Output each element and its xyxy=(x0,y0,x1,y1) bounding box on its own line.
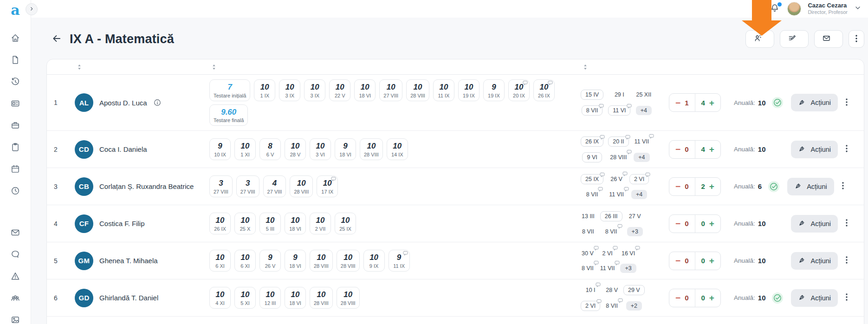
notifications-button[interactable] xyxy=(770,3,781,14)
row-actions-button[interactable]: Acțiuni xyxy=(791,94,838,111)
avatar[interactable] xyxy=(787,2,801,16)
row-more-button[interactable] xyxy=(844,254,849,267)
plus-button[interactable]: + xyxy=(709,256,714,265)
grade-chip[interactable]: 1017 IX xyxy=(317,175,338,197)
absence-chip[interactable]: 29 V xyxy=(623,285,645,295)
clock-icon[interactable] xyxy=(10,186,20,198)
absence-chip[interactable]: 26 IX xyxy=(581,136,603,147)
grade-chip[interactable]: 918 VI xyxy=(285,250,306,272)
grade-chip[interactable]: 1028 VIII xyxy=(406,79,429,101)
absence-chip[interactable]: 13 III xyxy=(581,212,596,221)
absence-chip[interactable]: 25 XII xyxy=(635,90,652,99)
absence-chip[interactable]: 2 VI xyxy=(601,249,613,258)
row-more-button[interactable] xyxy=(844,143,849,156)
grade-chip[interactable]: 1026 IX xyxy=(533,79,555,101)
minus-button[interactable]: − xyxy=(675,145,680,154)
grade-chip[interactable]: 1019 IX xyxy=(458,79,479,101)
grade-chip[interactable]: 86 V xyxy=(259,138,281,160)
grade-chip[interactable]: 327 VIII xyxy=(209,175,233,197)
grade-chip[interactable]: 1022 V xyxy=(329,79,350,101)
back-button[interactable] xyxy=(50,32,63,45)
row-more-button[interactable] xyxy=(844,217,849,230)
grade-chip[interactable]: 104 XI xyxy=(209,287,231,309)
header-action-mesaj-clas-[interactable] xyxy=(814,30,843,48)
plus-button[interactable]: + xyxy=(709,182,714,191)
absence-chip[interactable]: 27 V xyxy=(628,212,642,221)
grade-chip[interactable]: 7Testare inițială xyxy=(209,79,250,101)
absence-chip[interactable]: 2 VI xyxy=(581,301,600,311)
grade-chip[interactable]: 105 III xyxy=(259,213,281,234)
grade-chip[interactable]: 1018 VI xyxy=(285,287,306,309)
absence-chip[interactable]: 8 VII xyxy=(581,227,595,236)
info-icon[interactable] xyxy=(153,98,162,107)
header-action-teme[interactable] xyxy=(780,30,809,48)
absences-more-chip[interactable]: +4 xyxy=(636,106,652,115)
grade-chip[interactable]: 1012 III xyxy=(259,287,281,309)
image-icon[interactable] xyxy=(10,315,20,324)
grade-chip[interactable]: 101 XI xyxy=(234,138,256,160)
absence-chip[interactable]: 11 VII xyxy=(608,190,625,199)
grade-chip[interactable]: 103 IX xyxy=(279,79,300,101)
grade-chip[interactable]: 1028 V xyxy=(285,138,306,160)
warning-icon[interactable] xyxy=(10,271,20,283)
row-actions-button[interactable]: Acțiuni xyxy=(791,252,838,270)
absence-chip[interactable]: 11 VI xyxy=(608,105,630,116)
absence-chip[interactable]: 2 VI xyxy=(629,174,649,184)
row-actions-button[interactable]: Acțiuni xyxy=(791,289,838,307)
calendar-icon[interactable] xyxy=(10,164,20,176)
absence-chip[interactable]: 28 V xyxy=(605,285,619,295)
minus-button[interactable]: − xyxy=(675,182,680,191)
home-icon[interactable] xyxy=(10,33,20,45)
absences-more-chip[interactable]: +3 xyxy=(627,227,643,236)
grade-chip[interactable]: 1028 VIII xyxy=(360,138,383,160)
history-icon[interactable] xyxy=(10,77,20,89)
minus-button[interactable]: − xyxy=(675,219,680,228)
absences-more-chip[interactable]: +2 xyxy=(626,301,642,311)
absence-chip[interactable]: 8 VII xyxy=(585,190,599,199)
absences-more-chip[interactable]: +4 xyxy=(631,190,647,199)
column-header-student[interactable] xyxy=(75,64,209,70)
absence-chip[interactable]: 26 V xyxy=(609,175,623,184)
grade-chip[interactable]: 1027 VIII xyxy=(379,79,402,101)
sort-icon[interactable] xyxy=(212,64,216,70)
grade-chip[interactable]: 106 XI xyxy=(209,250,231,272)
grade-chip[interactable]: 1028 VIII xyxy=(337,287,360,309)
student-avatar[interactable]: CD xyxy=(75,140,93,159)
column-header-grades[interactable] xyxy=(209,64,581,70)
grade-chip[interactable]: 1026 IX xyxy=(209,213,231,234)
group-icon[interactable] xyxy=(10,293,20,305)
absence-chip[interactable]: 26 III xyxy=(600,211,622,221)
absence-chip[interactable]: 15 IV xyxy=(581,90,603,100)
grade-chip[interactable]: 1025 X xyxy=(234,213,256,234)
row-actions-button[interactable]: Acțiuni xyxy=(787,178,834,195)
grade-chip[interactable]: 910 IX xyxy=(209,138,231,160)
plus-button[interactable]: + xyxy=(709,219,714,228)
chat-icon[interactable] xyxy=(10,249,20,261)
plus-button[interactable]: + xyxy=(709,98,714,107)
absence-chip[interactable]: 30 V xyxy=(581,249,595,258)
absence-chip[interactable]: 8 VII xyxy=(582,105,603,116)
grade-chip[interactable]: 327 VIII xyxy=(236,175,259,197)
sort-icon[interactable] xyxy=(583,64,587,70)
row-actions-button[interactable]: Acțiuni xyxy=(791,215,838,233)
grade-chip[interactable]: 1018 VI xyxy=(285,213,306,234)
grade-chip[interactable]: 1014 IX xyxy=(387,138,408,160)
student-avatar[interactable]: CF xyxy=(75,214,93,233)
header-action-ascult-elevi[interactable] xyxy=(745,30,774,48)
student-avatar[interactable]: CB xyxy=(75,177,93,196)
minus-button[interactable]: − xyxy=(675,293,680,302)
idcard-icon[interactable] xyxy=(10,98,20,110)
absence-chip[interactable]: 20 II xyxy=(608,136,628,147)
grade-chip[interactable]: 919 IX xyxy=(483,79,505,101)
grade-chip[interactable]: 106 XI xyxy=(234,250,256,272)
grade-chip[interactable]: 1018 VI xyxy=(354,79,376,101)
student-avatar[interactable]: GM xyxy=(75,252,93,270)
absence-chip[interactable]: 8 VII xyxy=(605,301,619,311)
row-more-button[interactable] xyxy=(844,97,849,109)
grade-chip[interactable]: 1028 VIII xyxy=(310,250,333,272)
grade-chip[interactable]: 1025 IX xyxy=(335,213,356,234)
absence-chip[interactable]: 9 VI xyxy=(582,152,602,162)
clipboard-icon[interactable] xyxy=(10,142,20,154)
grade-chip[interactable]: 1028 VIII xyxy=(290,175,313,197)
absence-chip[interactable]: 28 VIII xyxy=(609,153,628,162)
